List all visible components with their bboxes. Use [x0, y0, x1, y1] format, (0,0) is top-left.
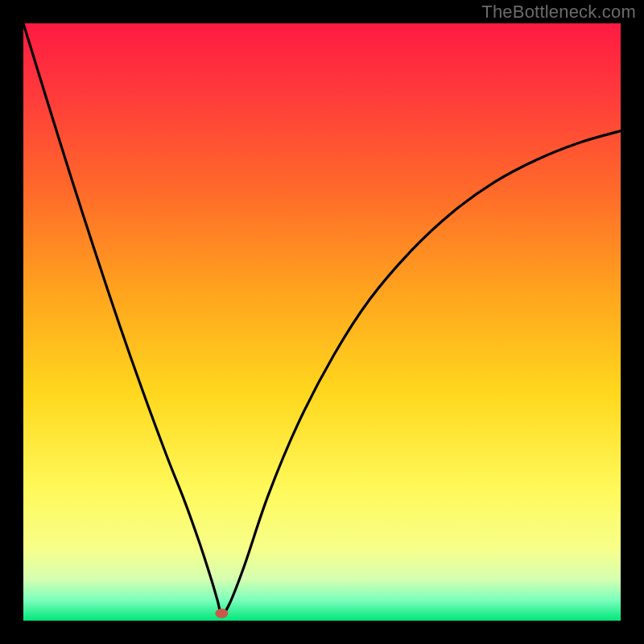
optimum-marker — [215, 609, 228, 618]
gradient-background — [23, 23, 621, 621]
chart-frame: TheBottleneck.com — [0, 0, 644, 644]
plot-area — [23, 23, 621, 621]
bottleneck-chart — [23, 23, 621, 621]
watermark-text: TheBottleneck.com — [481, 2, 636, 23]
